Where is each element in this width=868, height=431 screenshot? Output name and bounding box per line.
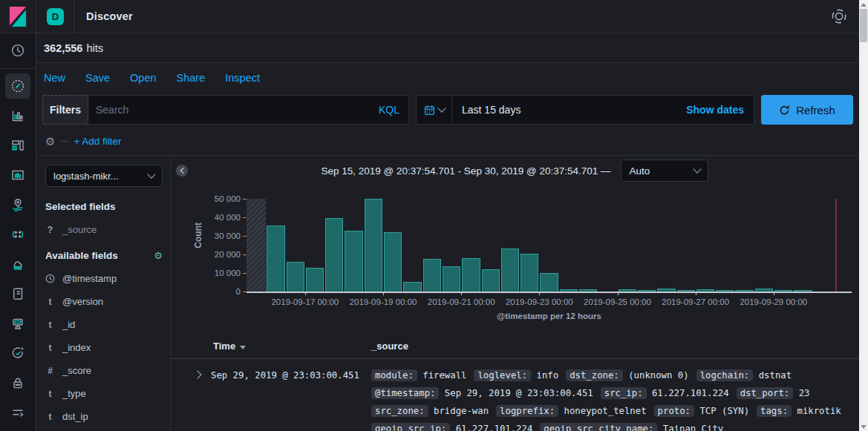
nav-uptime[interactable]	[5, 340, 30, 366]
histogram-bar[interactable]	[443, 266, 460, 292]
source-field-value: dstnat	[753, 370, 792, 381]
histogram-bar[interactable]	[403, 282, 421, 292]
partial-bucket-overlay	[247, 199, 266, 292]
filters-button[interactable]: Filters	[42, 95, 88, 125]
histogram-slot	[383, 199, 402, 292]
table-header: Time _source	[171, 340, 859, 359]
kql-language-button[interactable]: KQL	[379, 104, 408, 116]
chevron-down-icon	[694, 165, 702, 173]
kibana-logo[interactable]	[0, 0, 36, 33]
time-range-label: Last 15 days	[462, 104, 521, 116]
histogram-bar[interactable]	[521, 254, 538, 292]
table-row: Sep 29, 2019 @ 23:03:00.451module: firew…	[171, 359, 859, 431]
x-axis-line	[247, 292, 852, 293]
refresh-button[interactable]: Refresh	[761, 95, 853, 125]
histogram-bar[interactable]	[325, 218, 343, 292]
histogram-slot	[734, 199, 754, 292]
newsfeed-button[interactable]	[831, 8, 847, 24]
histogram-bar[interactable]	[345, 231, 362, 292]
scroll-up-arrow[interactable]	[859, 0, 868, 9]
source-field-src_zone: src_zone: bridge-wan	[371, 402, 489, 420]
nav-link-save[interactable]: Save	[85, 72, 110, 84]
expand-row-button[interactable]	[195, 366, 211, 431]
chevron-down-icon	[437, 104, 446, 112]
scrollbar-thumb[interactable]	[860, 9, 867, 42]
nav-link-new[interactable]: New	[44, 72, 65, 84]
nav-logs[interactable]	[5, 281, 30, 306]
nav-link-share[interactable]: Share	[177, 72, 206, 84]
show-dates-link[interactable]: Show dates	[686, 104, 744, 116]
selected-fields-list: ?_source	[45, 224, 163, 235]
histogram-bar[interactable]	[462, 258, 480, 292]
histogram-plot-area[interactable]: 2019-09-17 00:002019-09-19 00:002019-09-…	[247, 199, 852, 292]
field-item-@timestamp[interactable]: @timestamp	[45, 273, 163, 284]
apm-icon	[10, 316, 25, 331]
column-header-time[interactable]: Time	[213, 340, 371, 352]
y-tick-label: 40 000	[192, 213, 241, 222]
add-filter-link[interactable]: + Add filter	[74, 136, 121, 147]
nav-recently-viewed[interactable]	[5, 38, 30, 63]
field-item-@version[interactable]: t@version	[45, 296, 163, 307]
index-pattern-select[interactable]: logstash-mikr...	[45, 165, 163, 187]
row-time-cell[interactable]: Sep 29, 2019 @ 23:03:00.451	[211, 366, 371, 431]
x-tick-mark	[696, 292, 696, 295]
date-quick-select-button[interactable]	[417, 96, 452, 124]
histogram-bar[interactable]	[384, 232, 402, 292]
nav-canvas[interactable]	[5, 162, 30, 188]
collapse-sidebar-button[interactable]	[176, 165, 188, 177]
histogram-slot	[656, 199, 676, 292]
field-item-_source[interactable]: ?_source	[45, 224, 163, 235]
histogram-slot	[442, 199, 461, 292]
histogram-slot	[559, 199, 578, 292]
nav-dashboard[interactable]	[5, 133, 30, 158]
histogram-bar[interactable]	[306, 268, 324, 292]
search-input[interactable]	[88, 96, 379, 124]
source-field-loglevel: loglevel: info	[474, 366, 558, 384]
field-item-_score[interactable]: #_score	[45, 365, 163, 376]
filter-dash-decoration	[61, 141, 68, 142]
field-item-_index[interactable]: t_index	[45, 342, 163, 353]
nav-machine-learning[interactable]	[5, 222, 30, 247]
nav-maps[interactable]	[5, 192, 30, 217]
field-item-dst_ip[interactable]: tdst_ip	[45, 411, 163, 422]
chevron-right-icon	[193, 370, 201, 378]
field-settings-gear-icon[interactable]: ⚙	[154, 251, 163, 260]
collapse-navigation-button[interactable]	[5, 400, 30, 425]
source-field-key: module:	[371, 369, 417, 381]
vertical-scrollbar[interactable]	[859, 0, 868, 431]
row-source-cell[interactable]: module: firewallloglevel: infodst_zone: …	[371, 366, 859, 431]
source-field-value: (unknown 0)	[623, 370, 689, 381]
nav-visualize[interactable]	[5, 103, 30, 128]
source-field-key: tags:	[757, 405, 792, 417]
x-tick-label: 2019-09-17 00:00	[271, 297, 339, 306]
histogram-bar[interactable]	[267, 226, 284, 292]
nav-discover[interactable]	[5, 73, 30, 99]
date-range-display[interactable]: Last 15 days Show dates	[452, 96, 754, 124]
histogram-bar[interactable]	[365, 199, 382, 292]
scroll-down-arrow[interactable]	[859, 422, 868, 431]
x-tick-mark	[383, 292, 384, 295]
x-axis-title: @timestamp per 12 hours	[247, 312, 852, 320]
nav-apm[interactable]	[5, 311, 30, 336]
histogram-bar[interactable]	[482, 269, 500, 292]
field-item-_id[interactable]: t_id	[45, 319, 163, 330]
map-pin-icon	[10, 197, 25, 212]
nav-siem[interactable]	[5, 370, 30, 395]
nav-link-open[interactable]: Open	[130, 72, 156, 84]
source-field-value: Tainan City	[657, 424, 723, 431]
nav-metrics[interactable]	[5, 251, 30, 277]
histogram-bar[interactable]	[540, 273, 558, 292]
source-field-proto: proto: TCP (SYN)	[654, 402, 749, 420]
histogram-bar[interactable]	[501, 249, 519, 292]
source-field-value: bridge-wan	[428, 406, 489, 416]
source-field-key: geoip_src_ip:	[371, 423, 450, 431]
discover-app-badge[interactable]: D	[47, 8, 64, 25]
interval-select[interactable]: Auto	[621, 159, 708, 182]
field-item-_type[interactable]: t_type	[45, 388, 163, 399]
nav-link-inspect[interactable]: Inspect	[225, 72, 260, 84]
filter-options-gear-icon[interactable]: ⚙	[45, 136, 55, 147]
histogram-bar[interactable]	[287, 262, 304, 292]
histogram-bar[interactable]	[423, 259, 441, 292]
logs-icon	[10, 286, 25, 301]
x-tick-label: 2019-09-19 00:00	[350, 297, 417, 306]
